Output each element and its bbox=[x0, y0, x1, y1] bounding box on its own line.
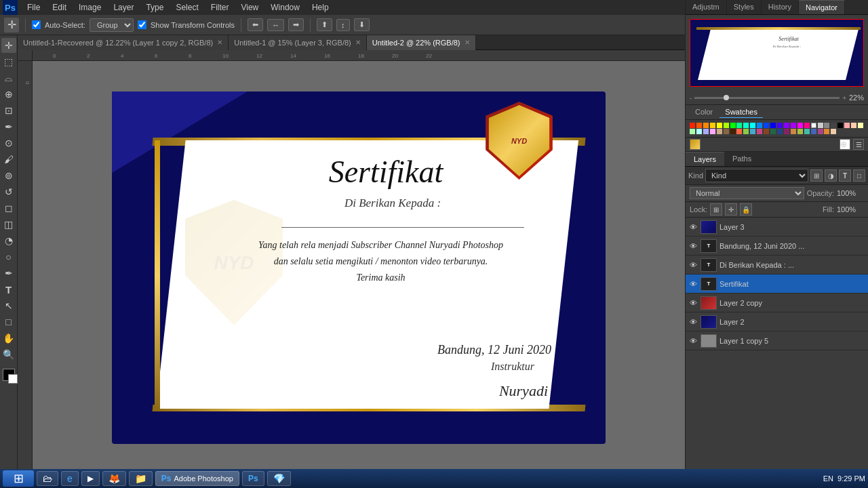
shape-tool[interactable]: □ bbox=[1, 314, 16, 329]
swatch-s9[interactable] bbox=[724, 129, 729, 134]
tab-styles[interactable]: Styles bbox=[727, 0, 762, 14]
swatch-violet[interactable] bbox=[791, 123, 796, 128]
dodge-tool[interactable]: ○ bbox=[1, 249, 16, 264]
tab-3-close[interactable]: ✕ bbox=[465, 39, 470, 46]
layer-visibility-toggle[interactable]: 👁 bbox=[688, 336, 698, 346]
taskbar-photoshop[interactable]: Ps Adobe Photoshop bbox=[155, 471, 239, 486]
layer-visibility-toggle[interactable]: 👁 bbox=[688, 279, 698, 289]
lock-pixels-btn[interactable]: ⊞ bbox=[710, 203, 722, 216]
swatch-s12[interactable] bbox=[743, 129, 749, 134]
move-tool-side[interactable]: ✛ bbox=[1, 38, 16, 53]
swatch-s14[interactable] bbox=[757, 129, 762, 134]
lock-position-btn[interactable]: ✛ bbox=[725, 203, 737, 216]
swatch-magenta[interactable] bbox=[797, 123, 803, 128]
lasso-tool[interactable]: ⌓ bbox=[1, 70, 16, 85]
layer-item[interactable]: 👁 Layer 3 bbox=[686, 218, 868, 237]
start-button[interactable]: ⊞ bbox=[3, 470, 34, 487]
menu-file[interactable]: File bbox=[22, 1, 45, 14]
swatch-s24[interactable] bbox=[824, 129, 829, 134]
history-brush[interactable]: ↺ bbox=[1, 184, 16, 199]
layer-type-icon[interactable]: T bbox=[839, 169, 851, 182]
taskbar-media[interactable]: ▶ bbox=[81, 471, 100, 486]
swatch-action2[interactable]: ☰ bbox=[853, 139, 864, 150]
swatch-s2[interactable] bbox=[851, 123, 856, 128]
swatch-red2[interactable] bbox=[696, 123, 702, 128]
lock-all-btn[interactable]: 🔒 bbox=[740, 203, 752, 216]
menu-select[interactable]: Select bbox=[170, 1, 203, 14]
menu-type[interactable]: Type bbox=[140, 1, 169, 14]
eraser-tool[interactable]: ◻ bbox=[1, 201, 16, 216]
align-top[interactable]: ⬆ bbox=[317, 18, 332, 31]
tab-layers[interactable]: Layers bbox=[686, 152, 724, 166]
swatch-cyan2[interactable] bbox=[750, 123, 755, 128]
swatch-s22[interactable] bbox=[811, 129, 816, 134]
align-bottom[interactable]: ⬇ bbox=[354, 18, 370, 31]
swatch-gray[interactable] bbox=[824, 123, 829, 128]
swatch-purple1[interactable] bbox=[777, 123, 783, 128]
layer-item[interactable]: 👁 T Di Berikan Kepada : ... bbox=[686, 256, 868, 274]
tab-navigator[interactable]: Navigator bbox=[799, 0, 845, 14]
taskbar-firefox[interactable]: 🦊 bbox=[102, 471, 126, 486]
menu-layer[interactable]: Layer bbox=[108, 1, 139, 14]
swatch-s21[interactable] bbox=[804, 129, 810, 134]
tab-3[interactable]: Untitled-2 @ 22% (RGB/8) ✕ bbox=[367, 35, 476, 50]
swatch-s6[interactable] bbox=[703, 129, 709, 134]
swatch-yellow1[interactable] bbox=[710, 123, 715, 128]
spot-heal-tool[interactable]: ⊙ bbox=[1, 136, 16, 150]
swatch-purple2[interactable] bbox=[784, 123, 789, 128]
tab-1-close[interactable]: ✕ bbox=[217, 39, 222, 46]
hand-tool[interactable]: ✋ bbox=[1, 331, 16, 346]
canvas-content[interactable]: NYD NYD Sertifikat Di Berikan Kepada : Y… bbox=[33, 61, 685, 474]
tab-swatches[interactable]: Swatches bbox=[719, 106, 763, 118]
taskbar-explorer[interactable]: 🗁 bbox=[37, 471, 58, 486]
brush-tool[interactable]: 🖌 bbox=[1, 152, 16, 167]
menu-window[interactable]: Window bbox=[265, 1, 305, 14]
auto-select-checkbox[interactable] bbox=[32, 20, 41, 29]
show-transform-checkbox[interactable] bbox=[138, 20, 146, 29]
align-center-h[interactable]: ↔ bbox=[267, 19, 284, 31]
layer-visibility-toggle[interactable]: 👁 bbox=[688, 260, 698, 270]
taskbar-extra[interactable]: 💎 bbox=[267, 471, 291, 486]
swatch-lblue[interactable] bbox=[757, 123, 762, 128]
tab-2-close[interactable]: ✕ bbox=[355, 39, 361, 46]
align-right[interactable]: ➡ bbox=[288, 18, 304, 31]
swatch-action1[interactable]: ⊕ bbox=[840, 139, 850, 150]
move-tool[interactable]: ✛ bbox=[4, 18, 19, 33]
tab-history[interactable]: History bbox=[762, 0, 799, 14]
swatch-s1[interactable] bbox=[844, 123, 850, 128]
tab-adjustments[interactable]: Adjustm bbox=[686, 0, 727, 14]
blur-tool[interactable]: ◔ bbox=[1, 233, 16, 248]
swatch-red1[interactable] bbox=[690, 123, 695, 128]
layer-item[interactable]: 👁 Layer 1 copy 5 bbox=[686, 331, 868, 350]
tab-paths[interactable]: Paths bbox=[724, 152, 760, 166]
swatch-s16[interactable] bbox=[770, 129, 776, 134]
align-left[interactable]: ⬅ bbox=[248, 18, 263, 31]
swatch-s4[interactable] bbox=[690, 129, 695, 134]
swatch-orange[interactable] bbox=[703, 123, 709, 128]
swatch-s5[interactable] bbox=[696, 129, 702, 134]
swatch-green1[interactable] bbox=[730, 123, 736, 128]
menu-filter[interactable]: Filter bbox=[205, 1, 235, 14]
swatch-black[interactable] bbox=[837, 123, 843, 128]
clone-tool[interactable]: ⊚ bbox=[1, 168, 16, 183]
taskbar-ie[interactable]: e bbox=[61, 471, 79, 486]
layer-visibility-toggle[interactable]: 👁 bbox=[688, 317, 698, 327]
menu-help[interactable]: Help bbox=[307, 1, 334, 14]
path-select[interactable]: ↖ bbox=[1, 298, 16, 313]
pen-tool[interactable]: ✒ bbox=[1, 266, 16, 281]
menu-view[interactable]: View bbox=[235, 1, 264, 14]
swatch-white[interactable] bbox=[811, 123, 816, 128]
swatch-blue2[interactable] bbox=[770, 123, 776, 128]
layer-adj-icon[interactable]: ◑ bbox=[825, 169, 837, 182]
layer-item[interactable]: 👁 Layer 2 copy bbox=[686, 293, 868, 312]
swatch-s3[interactable] bbox=[858, 123, 863, 128]
gradient-tool[interactable]: ◫ bbox=[1, 217, 16, 232]
swatch-s23[interactable] bbox=[818, 129, 823, 134]
swatch-s8[interactable] bbox=[717, 129, 722, 134]
layer-item[interactable]: 👁 T Sertifikat bbox=[686, 274, 868, 293]
layer-item[interactable]: 👁 Layer 2 bbox=[686, 312, 868, 331]
swatch-s13[interactable] bbox=[750, 129, 755, 134]
swatch-blue1[interactable] bbox=[764, 123, 769, 128]
blend-mode-select[interactable]: Normal Multiply Screen bbox=[690, 187, 804, 199]
layer-visibility-toggle[interactable]: 👁 bbox=[688, 298, 698, 308]
